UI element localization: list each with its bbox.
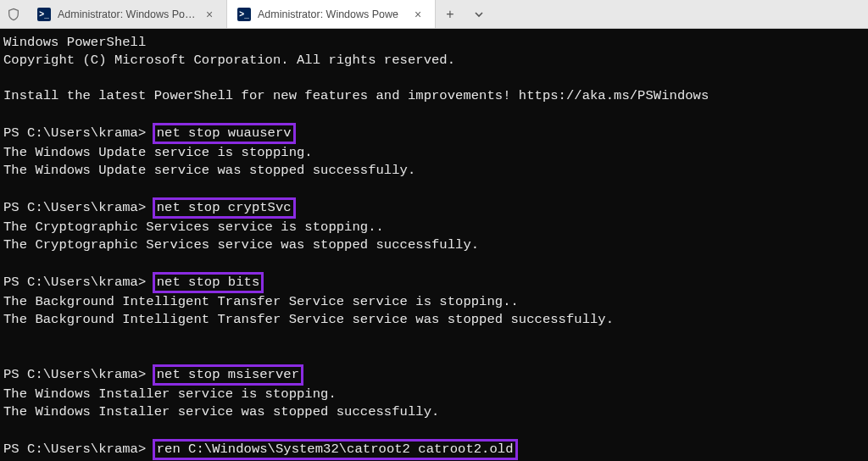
command-highlight: ren C:\Windows\System32\catroot2 catroot… [153,439,518,460]
tab-active[interactable]: >_ Administrator: Windows Powe × [227,0,436,28]
output-line: The Windows Update service is stopping. [3,145,313,160]
output-line: The Cryptographic Services service was s… [3,237,479,253]
new-tab-button[interactable]: + [436,0,465,28]
output-line: The Windows Installer service is stoppin… [3,386,337,402]
prompt: PS C:\Users\krama> [3,442,154,457]
close-icon[interactable]: × [411,8,425,21]
tab-dropdown-button[interactable] [465,0,493,28]
ps-copyright: Copyright (C) Microsoft Corporation. All… [3,53,455,68]
terminal-output[interactable]: Windows PowerShell Copyright (C) Microso… [0,29,868,461]
powershell-icon: >_ [237,8,251,21]
tab-inactive[interactable]: >_ Administrator: Windows Power × [27,0,227,28]
command-highlight: net stop cryptSvc [153,197,296,219]
command-highlight: net stop wuauserv [153,123,296,144]
close-icon[interactable]: × [203,8,216,21]
tab-title: Administrator: Windows Power [58,8,196,20]
tab-bar: >_ Administrator: Windows Power × >_ Adm… [0,0,868,29]
prompt: PS C:\Users\krama> [3,125,154,141]
command-highlight: net stop bits [153,272,264,293]
command-highlight: net stop msiserver [153,364,303,386]
output-line: The Cryptographic Services service is st… [3,219,384,235]
output-line: The Windows Installer service was stoppe… [3,404,439,419]
shield-icon [0,0,27,28]
prompt: PS C:\Users\krama> [3,275,154,290]
output-line: The Windows Update service was stopped s… [3,163,415,178]
powershell-icon: >_ [37,8,51,21]
ps-header: Windows PowerShell [3,35,146,50]
output-line: The Background Intelligent Transfer Serv… [3,294,519,309]
tab-title: Administrator: Windows Powe [258,8,404,20]
output-line: The Background Intelligent Transfer Serv… [3,312,614,327]
prompt: PS C:\Users\krama> [3,200,154,215]
app-window: >_ Administrator: Windows Power × >_ Adm… [0,0,868,461]
prompt: PS C:\Users\krama> [3,367,154,382]
ps-install-hint: Install the latest PowerShell for new fe… [3,88,709,103]
